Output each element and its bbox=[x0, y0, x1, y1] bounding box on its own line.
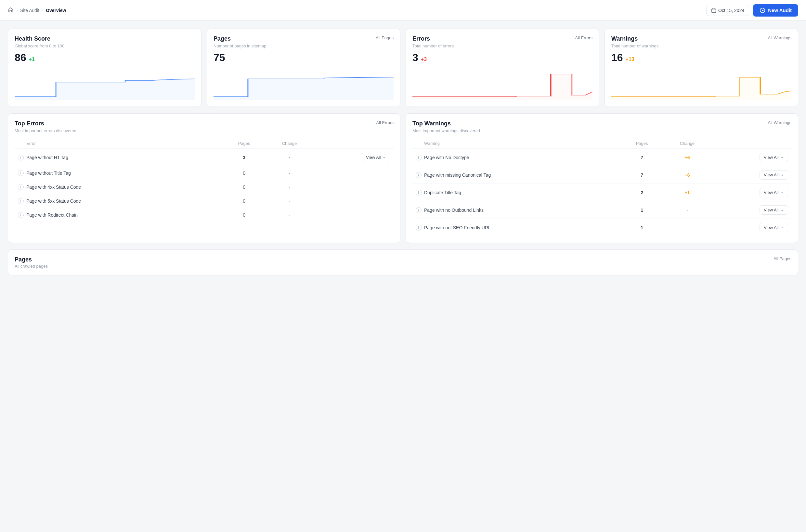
health-score-value: 86 bbox=[15, 52, 26, 64]
top-warnings-subtitle: Most important warnings discovered bbox=[413, 128, 791, 133]
info-icon: i bbox=[416, 190, 422, 195]
home-icon[interactable] bbox=[8, 7, 14, 14]
main-content: Health Score Global score from 0 to 100 … bbox=[0, 21, 806, 283]
info-icon: i bbox=[18, 155, 24, 160]
warning-change-cell: - bbox=[663, 202, 711, 219]
top-bar-right: Oct 15, 2024 New Audit bbox=[706, 4, 798, 17]
view-all-button[interactable]: View All → bbox=[759, 223, 788, 232]
error-pages-count: 0 bbox=[223, 180, 265, 194]
pages-card: Pages All Pages Number of pages in sitem… bbox=[207, 28, 400, 107]
errors-chart bbox=[413, 68, 592, 100]
view-all-button[interactable]: View All → bbox=[759, 188, 788, 197]
info-icon: i bbox=[18, 184, 24, 190]
error-label: i Page without H1 Tag bbox=[15, 149, 223, 166]
warning-change-cell: +6 bbox=[663, 149, 711, 166]
warnings-link[interactable]: All Warnings bbox=[768, 35, 791, 40]
warnings-chart bbox=[611, 68, 791, 100]
table-row: i Page with 5xx Status Code 0 - bbox=[15, 194, 393, 208]
breadcrumb-current: Overview bbox=[46, 8, 66, 13]
svg-marker-5 bbox=[413, 74, 592, 100]
error-actions bbox=[314, 166, 393, 180]
pages-bottom-subtitle: All crawled pages bbox=[15, 264, 48, 269]
date-label: Oct 15, 2024 bbox=[718, 8, 744, 13]
breadcrumb-sep-1: › bbox=[16, 8, 18, 13]
view-all-button[interactable]: View All → bbox=[759, 170, 788, 179]
error-change: - bbox=[265, 149, 314, 166]
table-row: i Page with 4xx Status Code 0 - bbox=[15, 180, 393, 194]
warnings-value: 16 bbox=[611, 52, 623, 64]
warning-actions: View All → bbox=[711, 166, 791, 184]
new-audit-button[interactable]: New Audit bbox=[753, 4, 798, 17]
health-score-subtitle: Global score from 0 to 100 bbox=[15, 43, 195, 49]
info-icon: i bbox=[416, 172, 422, 178]
top-warnings-panel: Top Warnings All Warnings Most important… bbox=[406, 113, 798, 243]
play-icon bbox=[759, 7, 765, 13]
top-warnings-link[interactable]: All Warnings bbox=[768, 120, 791, 125]
w-pages-col-header: Pages bbox=[621, 138, 663, 149]
top-bar: › Site Audit › Overview Oct 15, 2024 New… bbox=[0, 0, 806, 21]
errors-card: Errors All Errors Total number of errors… bbox=[406, 28, 599, 107]
health-score-card: Health Score Global score from 0 to 100 … bbox=[8, 28, 202, 107]
pages-bottom-title: Pages bbox=[15, 256, 48, 263]
warning-pages-count: 1 bbox=[621, 219, 663, 236]
pages-col-header: Pages bbox=[223, 138, 265, 149]
error-pages-count: 3 bbox=[223, 149, 265, 166]
view-all-button[interactable]: View All → bbox=[759, 153, 788, 162]
health-score-chart bbox=[15, 68, 195, 100]
top-errors-link[interactable]: All Errors bbox=[377, 120, 393, 125]
warning-col-header: Warning bbox=[413, 138, 621, 149]
error-actions: View All → bbox=[314, 149, 393, 166]
error-label: i Page without Title Tag bbox=[15, 166, 223, 180]
view-all-button[interactable]: View All → bbox=[759, 205, 788, 215]
warnings-delta: +13 bbox=[626, 57, 635, 62]
error-col-header: Error bbox=[15, 138, 223, 149]
errors-link[interactable]: All Errors bbox=[575, 35, 592, 40]
warning-change: - bbox=[686, 225, 688, 230]
table-row: i Page without H1 Tag 3 - View All → bbox=[15, 149, 393, 166]
warnings-table: Warning Pages Change i Page with No Doct… bbox=[413, 138, 791, 236]
error-change: - bbox=[265, 180, 314, 194]
table-row: i Page with no Outbound Links 1 - View A… bbox=[413, 202, 791, 219]
info-icon: i bbox=[18, 198, 24, 204]
warning-change: +6 bbox=[685, 155, 690, 160]
warning-change-cell: +6 bbox=[663, 166, 711, 184]
view-all-button[interactable]: View All → bbox=[362, 153, 390, 162]
warning-label: i Page with missing Canonical Tag bbox=[413, 166, 621, 184]
error-label: i Page with 4xx Status Code bbox=[15, 180, 223, 194]
error-pages-count: 0 bbox=[223, 208, 265, 222]
warnings-title: Warnings bbox=[611, 35, 638, 42]
health-score-title: Health Score bbox=[15, 35, 50, 42]
error-change: - bbox=[265, 208, 314, 222]
error-change: - bbox=[265, 166, 314, 180]
top-errors-panel: Top Errors All Errors Most important err… bbox=[8, 113, 400, 243]
error-actions bbox=[314, 208, 393, 222]
warning-actions: View All → bbox=[711, 202, 791, 219]
pages-bottom-link[interactable]: All Pages bbox=[773, 256, 791, 261]
warning-label: i Page with not SEO-Friendly URL bbox=[413, 219, 621, 236]
warning-change: - bbox=[686, 208, 688, 213]
error-label: i Page with Redirect Chain bbox=[15, 208, 223, 222]
info-icon: i bbox=[18, 170, 24, 176]
table-row: i Page with not SEO-Friendly URL 1 - Vie… bbox=[413, 219, 791, 236]
breadcrumb-sep-2: › bbox=[42, 8, 43, 13]
errors-value: 3 bbox=[413, 52, 418, 64]
warning-pages-count: 2 bbox=[621, 184, 663, 202]
warnings-card: Warnings All Warnings Total number of wa… bbox=[604, 28, 798, 107]
svg-rect-0 bbox=[712, 9, 716, 12]
pages-subtitle: Number of pages in sitemap bbox=[214, 43, 393, 49]
error-label: i Page with 5xx Status Code bbox=[15, 194, 223, 208]
table-row: i Duplicate Title Tag 2 +1 View All → bbox=[413, 184, 791, 202]
breadcrumb-site-audit[interactable]: Site Audit bbox=[20, 8, 39, 13]
warning-pages-count: 7 bbox=[621, 166, 663, 184]
warning-label: i Page with No Doctype bbox=[413, 149, 621, 166]
health-score-delta: +1 bbox=[29, 57, 35, 62]
pages-link[interactable]: All Pages bbox=[376, 35, 393, 40]
pages-bottom-section: Pages All crawled pages All Pages bbox=[8, 249, 798, 276]
warning-change-cell: +1 bbox=[663, 184, 711, 202]
error-pages-count: 0 bbox=[223, 166, 265, 180]
warning-change-cell: - bbox=[663, 219, 711, 236]
breadcrumb: › Site Audit › Overview bbox=[8, 7, 66, 14]
errors-delta: +3 bbox=[421, 57, 427, 62]
table-row: i Page with Redirect Chain 0 - bbox=[15, 208, 393, 222]
warning-label: i Page with no Outbound Links bbox=[413, 202, 621, 219]
